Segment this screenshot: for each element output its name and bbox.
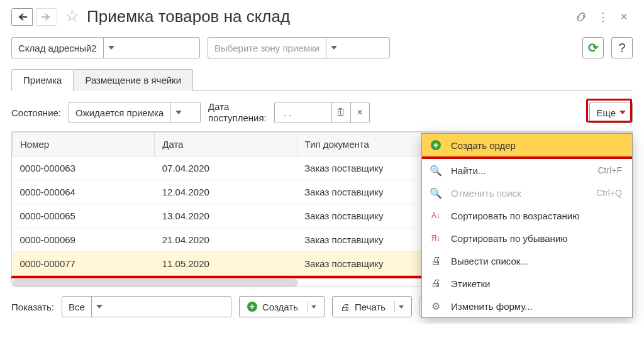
sort-asc-icon: А↓	[430, 211, 442, 220]
search-icon: 🔍	[430, 165, 442, 177]
date-input[interactable]: . . 🗓 ×	[274, 102, 370, 123]
chevron-down-icon	[399, 305, 404, 309]
printer-icon: 🖨	[430, 278, 442, 289]
nav-back-button[interactable]	[11, 8, 33, 26]
print-label: Печать	[355, 302, 386, 312]
chevron-down-icon	[311, 305, 316, 309]
kebab-menu-button[interactable]: ⋮	[594, 8, 611, 26]
nav-forward-button[interactable]	[36, 8, 57, 26]
popup-cancel-search[interactable]: 🔍 Отменить поиск Ctrl+Q	[422, 182, 632, 204]
date-value: . .	[275, 102, 331, 123]
zone-select[interactable]: Выберите зону приемки	[208, 37, 390, 58]
warehouse-dropdown-button[interactable]	[103, 38, 119, 58]
more-button[interactable]: Еще	[589, 102, 633, 123]
chain-icon	[575, 11, 587, 23]
clear-icon: ×	[357, 107, 363, 118]
cell-date: 13.04.2020	[155, 204, 297, 228]
create-button[interactable]: + Создать	[239, 296, 325, 317]
popup-find[interactable]: 🔍 Найти... Ctrl+F	[422, 159, 632, 182]
date-calendar-button[interactable]: 🗓	[331, 102, 350, 123]
printer-icon: 🖨	[430, 255, 442, 266]
help-button[interactable]: ?	[611, 37, 633, 58]
arrow-right-icon	[42, 13, 52, 21]
cell-num: 0000-000064	[13, 180, 155, 204]
scrollbar-thumb[interactable]	[13, 279, 298, 287]
cell-date: 12.04.2020	[155, 180, 297, 204]
state-dropdown-button[interactable]	[170, 102, 186, 123]
state-select[interactable]: Ожидается приемка	[69, 102, 201, 123]
plus-circle-icon: +	[247, 302, 257, 312]
cell-num: 0000-000077	[13, 252, 155, 276]
more-label: Еще	[596, 107, 616, 118]
page-title: Приемка товаров на склад	[87, 7, 290, 26]
show-filter-select[interactable]: Все	[62, 296, 231, 317]
tab-receipt[interactable]: Приемка	[11, 69, 74, 91]
show-label: Показать:	[11, 302, 54, 312]
zone-dropdown-button[interactable]	[326, 38, 342, 58]
state-label: Состояние:	[11, 107, 61, 118]
cell-num: 0000-000065	[13, 204, 155, 228]
cell-num: 0000-000063	[13, 156, 155, 180]
cell-date: 07.04.2020	[155, 156, 297, 180]
cell-date: 11.05.2020	[155, 252, 297, 276]
chevron-down-icon	[331, 46, 337, 50]
create-label: Создать	[262, 302, 298, 312]
chevron-down-icon	[175, 111, 182, 114]
popup-create-order[interactable]: + Создать ордер	[422, 134, 632, 156]
refresh-button[interactable]: ⟳	[582, 37, 604, 58]
sort-desc-icon: Я↓	[430, 234, 442, 243]
refresh-icon: ⟳	[588, 40, 599, 55]
chevron-down-icon	[96, 305, 103, 309]
close-button[interactable]: ×	[615, 8, 633, 26]
chevron-down-icon	[108, 46, 114, 50]
plus-circle-icon: +	[431, 140, 441, 150]
show-filter-value: Все	[62, 297, 91, 317]
link-icon[interactable]	[572, 8, 590, 26]
warehouse-select[interactable]: Склад адресный2	[11, 37, 200, 58]
popup-labels[interactable]: 🖨 Этикетки	[422, 272, 632, 295]
popup-sort-asc[interactable]: А↓ Сортировать по возрастанию	[422, 204, 632, 227]
state-value: Ожидается приемка	[69, 102, 170, 123]
warehouse-value: Склад адресный2	[12, 38, 103, 58]
gear-icon: ⚙	[430, 300, 442, 312]
col-number[interactable]: Номер	[13, 133, 155, 156]
cell-num: 0000-000069	[13, 228, 155, 252]
arrow-left-icon	[17, 13, 27, 21]
popup-export-list[interactable]: 🖨 Вывести список...	[422, 249, 632, 272]
cancel-search-icon: 🔍	[430, 187, 442, 199]
date-clear-button[interactable]: ×	[350, 102, 369, 123]
favorite-star-icon[interactable]: ☆	[65, 6, 79, 26]
date-label-2: поступления:	[208, 112, 267, 124]
print-button[interactable]: 🖨 Печать	[332, 296, 412, 317]
cell-date: 21.04.2020	[155, 228, 297, 252]
more-popup: + Создать ордер 🔍 Найти... Ctrl+F 🔍 Отме…	[421, 133, 633, 318]
popup-change-form[interactable]: ⚙ Изменить форму...	[422, 295, 632, 317]
tab-placement[interactable]: Размещение в ячейки	[73, 69, 193, 91]
col-date[interactable]: Дата	[155, 133, 297, 156]
calendar-icon: 🗓	[336, 107, 346, 118]
popup-sort-desc[interactable]: Я↓ Сортировать по убыванию	[422, 227, 632, 249]
date-label-1: Дата	[208, 101, 267, 112]
printer-icon: 🖨	[340, 302, 350, 312]
zone-placeholder: Выберите зону приемки	[208, 38, 326, 58]
show-filter-dropdown-button[interactable]	[91, 297, 108, 317]
chevron-down-icon	[619, 111, 626, 114]
